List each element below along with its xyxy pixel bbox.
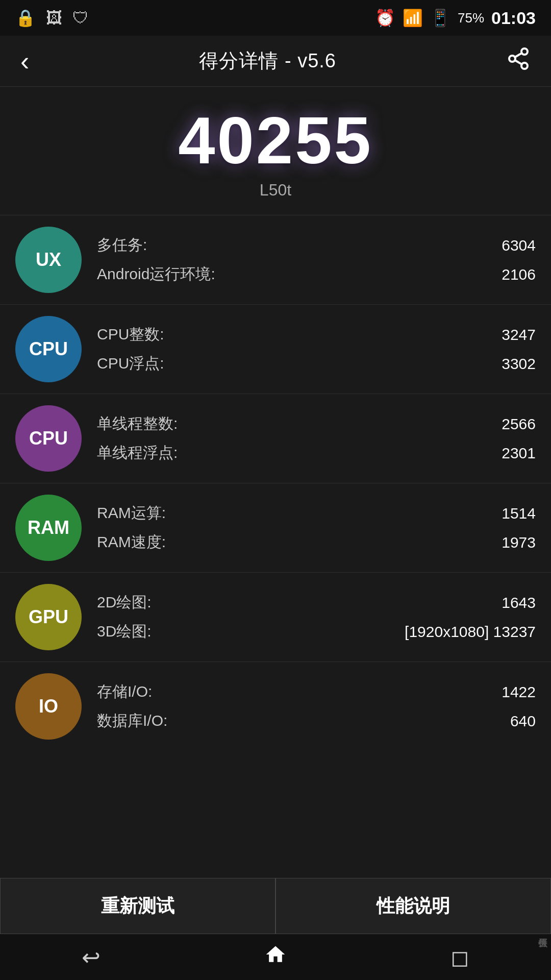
bench-icon-0: UX	[15, 227, 82, 293]
metric-value-0-0: 6304	[502, 237, 536, 254]
metric-value-2-0: 2566	[502, 415, 536, 433]
back-button[interactable]: ‹	[20, 46, 29, 77]
bench-metrics-0: 多任务:6304Android运行环境:2106	[97, 235, 536, 285]
navigation-bar: ↩ ◻	[0, 934, 551, 980]
metric-line-5-1: 数据库I/O:640	[97, 710, 536, 731]
bench-icon-2: CPU	[15, 405, 82, 472]
clock-display: 01:03	[491, 8, 536, 28]
metric-value-1-0: 3247	[502, 326, 536, 344]
metric-line-1-1: CPU浮点:3302	[97, 353, 536, 374]
status-bar: 🔒 🖼 🛡 ⏰ 📶 📱 75% 01:03	[0, 0, 551, 36]
metric-line-0-1: Android运行环境:2106	[97, 264, 536, 285]
metric-value-4-0: 1643	[502, 594, 536, 611]
bench-metrics-4: 2D绘图:16433D绘图:[980x551] 13237	[97, 592, 536, 642]
metric-label-0-1: Android运行环境:	[97, 264, 215, 285]
nav-home-button[interactable]	[264, 943, 287, 971]
top-navigation-bar: ‹ 得分详情 - v5.6	[0, 36, 551, 87]
total-score: 40255	[0, 107, 551, 174]
nav-back-button[interactable]: ↩	[82, 944, 101, 970]
benchmark-list: UX多任务:6304Android运行环境:2106CPUCPU整数:3247C…	[0, 215, 551, 751]
alarm-icon: ⏰	[375, 8, 395, 28]
lock-icon: 🔒	[15, 8, 36, 28]
metric-label-5-1: 数据库I/O:	[97, 710, 167, 731]
svg-line-4	[515, 53, 522, 57]
metric-label-4-1: 3D绘图:	[97, 621, 152, 642]
metric-label-5-0: 存储I/O:	[97, 681, 152, 702]
bench-metrics-5: 存储I/O:1422数据库I/O:640	[97, 681, 536, 731]
metric-line-2-1: 单线程浮点:2301	[97, 443, 536, 463]
metric-line-3-1: RAM速度:1973	[97, 532, 536, 553]
score-section: 40255 L50t	[0, 87, 551, 210]
svg-line-3	[515, 60, 522, 64]
metric-value-3-0: 1514	[502, 505, 536, 522]
bench-icon-4: GPU	[15, 584, 82, 650]
bench-row-1: CPUCPU整数:3247CPU浮点:3302	[0, 304, 551, 394]
bench-metrics-1: CPU整数:3247CPU浮点:3302	[97, 324, 536, 374]
metric-label-3-1: RAM速度:	[97, 532, 166, 553]
bench-row-3: RAMRAM运算:1514RAM速度:1973	[0, 483, 551, 572]
metric-label-0-0: 多任务:	[97, 235, 147, 256]
metric-label-3-0: RAM运算:	[97, 503, 166, 524]
bench-icon-3: RAM	[15, 495, 82, 561]
bench-row-5: IO存储I/O:1422数据库I/O:640	[0, 662, 551, 751]
metric-value-1-1: 3302	[502, 355, 536, 373]
metric-label-1-1: CPU浮点:	[97, 353, 164, 374]
share-button[interactable]	[506, 46, 531, 76]
wifi-icon: 📶	[403, 8, 423, 28]
bench-row-4: GPU2D绘图:16433D绘图:[980x551] 13237	[0, 572, 551, 662]
bench-icon-1: CPU	[15, 316, 82, 382]
metric-value-4-1: [980x551] 13237	[405, 623, 536, 641]
shield-icon: 🛡	[72, 9, 89, 28]
retest-button[interactable]: 重新测试	[0, 878, 276, 934]
status-right-icons: ⏰ 📶 📱 75% 01:03	[375, 8, 536, 28]
metric-label-2-1: 单线程浮点:	[97, 443, 178, 463]
metric-value-0-1: 2106	[502, 266, 536, 283]
metric-line-5-0: 存储I/O:1422	[97, 681, 536, 702]
bottom-action-buttons: 重新测试 性能说明	[0, 878, 551, 934]
metric-label-4-0: 2D绘图:	[97, 592, 152, 613]
metric-line-0-0: 多任务:6304	[97, 235, 536, 256]
metric-line-4-0: 2D绘图:1643	[97, 592, 536, 613]
metric-value-3-1: 1973	[502, 534, 536, 551]
metric-value-2-1: 2301	[502, 445, 536, 462]
battery-percent: 75%	[458, 10, 484, 26]
metric-line-3-0: RAM运算:1514	[97, 503, 536, 524]
bench-row-2: CPU单线程整数:2566单线程浮点:2301	[0, 394, 551, 483]
bench-metrics-3: RAM运算:1514RAM速度:1973	[97, 503, 536, 553]
metric-line-4-1: 3D绘图:[980x551] 13237	[97, 621, 536, 642]
metric-line-2-0: 单线程整数:2566	[97, 413, 536, 434]
nav-recent-button[interactable]: ◻	[450, 944, 469, 970]
image-icon: 🖼	[46, 9, 62, 28]
bench-metrics-2: 单线程整数:2566单线程浮点:2301	[97, 413, 536, 463]
metric-value-5-1: 640	[510, 713, 536, 730]
bench-row-0: UX多任务:6304Android运行环境:2106	[0, 215, 551, 304]
metric-label-2-0: 单线程整数:	[97, 413, 178, 434]
metric-line-1-0: CPU整数:3247	[97, 324, 536, 345]
device-name: L50t	[0, 181, 551, 200]
status-left-icons: 🔒 🖼 🛡	[15, 8, 89, 28]
bench-icon-5: IO	[15, 673, 82, 740]
metric-value-5-0: 1422	[502, 683, 536, 701]
page-title: 得分详情 - v5.6	[199, 48, 336, 74]
metric-label-1-0: CPU整数:	[97, 324, 164, 345]
performance-info-button[interactable]: 性能说明	[276, 878, 551, 934]
signal-icon: 📱	[430, 8, 450, 28]
